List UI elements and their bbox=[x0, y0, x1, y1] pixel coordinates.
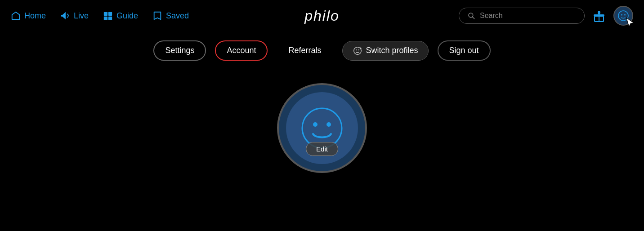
avatar-inner: Edit bbox=[286, 92, 358, 164]
navbar: Home Live Guide Saved bbox=[0, 0, 644, 31]
svg-point-10 bbox=[621, 14, 622, 16]
nav-guide-label: Guide bbox=[116, 11, 138, 21]
nav-live[interactable]: Live bbox=[60, 11, 89, 21]
subnav: Settings Account Referrals Switch profil… bbox=[0, 31, 644, 70]
search-bar[interactable]: Search bbox=[459, 8, 585, 24]
signout-button[interactable]: Sign out bbox=[438, 40, 491, 61]
switch-profiles-button[interactable]: Switch profiles bbox=[342, 41, 429, 61]
search-placeholder: Search bbox=[480, 12, 503, 20]
settings-button[interactable]: Settings bbox=[153, 40, 206, 61]
philo-logo: philo bbox=[304, 8, 340, 24]
svg-rect-1 bbox=[108, 12, 112, 16]
svg-point-11 bbox=[624, 14, 626, 16]
svg-point-13 bbox=[356, 49, 357, 50]
switch-profiles-icon bbox=[353, 46, 362, 56]
svg-rect-0 bbox=[104, 12, 107, 16]
svg-point-14 bbox=[358, 49, 359, 50]
live-icon bbox=[60, 11, 70, 21]
nav-left: Home Live Guide Saved bbox=[11, 11, 189, 21]
nav-live-label: Live bbox=[74, 11, 89, 21]
nav-saved-label: Saved bbox=[166, 11, 189, 21]
avatar-outer: Edit bbox=[277, 83, 367, 173]
nav-right: Search bbox=[459, 6, 633, 26]
account-button[interactable]: Account bbox=[215, 40, 268, 61]
gift-icon[interactable] bbox=[592, 9, 606, 23]
svg-point-9 bbox=[618, 11, 628, 21]
profile-button[interactable] bbox=[613, 6, 633, 26]
saved-icon bbox=[152, 11, 162, 21]
edit-button[interactable]: Edit bbox=[306, 142, 338, 156]
svg-point-12 bbox=[353, 47, 361, 54]
search-icon bbox=[467, 12, 475, 20]
profile-face-icon bbox=[617, 10, 629, 22]
svg-rect-2 bbox=[104, 17, 107, 20]
switch-profiles-label: Switch profiles bbox=[366, 46, 418, 55]
svg-point-16 bbox=[313, 122, 318, 127]
nav-home[interactable]: Home bbox=[11, 11, 46, 21]
nav-saved[interactable]: Saved bbox=[152, 11, 189, 21]
svg-line-5 bbox=[473, 17, 474, 19]
profile-area: Edit bbox=[0, 83, 644, 173]
nav-home-label: Home bbox=[24, 11, 46, 21]
guide-icon bbox=[103, 11, 113, 21]
nav-guide[interactable]: Guide bbox=[103, 11, 138, 21]
svg-point-17 bbox=[326, 122, 331, 127]
home-icon bbox=[11, 11, 21, 21]
referrals-button[interactable]: Referrals bbox=[277, 40, 333, 61]
svg-rect-3 bbox=[108, 17, 112, 20]
